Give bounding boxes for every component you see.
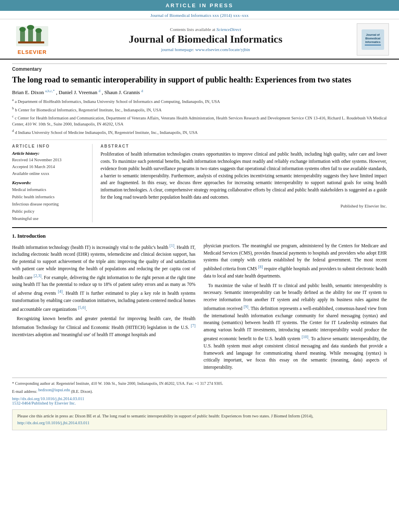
- sciencedirect-link[interactable]: ScienceDirect: [216, 27, 241, 32]
- journal-header: ELSEVIER Contents lists available at Sci…: [0, 19, 399, 60]
- elsevier-wordmark: ELSEVIER: [18, 49, 47, 55]
- article-info-column: ARTICLE INFO Article history: Received 1…: [12, 144, 93, 222]
- journal-title: Journal of Biomedical Informatics: [60, 33, 351, 45]
- keyword-2: Public health informatics: [12, 193, 86, 201]
- keyword-5: Meaningful use: [12, 215, 86, 222]
- affiliation-c: c c Center for Health Information and Co…: [12, 114, 387, 127]
- article-in-press-banner: ARTICLE IN PRESS: [0, 0, 399, 11]
- homepage-text: journal homepage: www.elsevier.com/locat…: [161, 47, 250, 52]
- elsevier-tree-icon: [14, 24, 50, 48]
- affiliations-section: a a Department of BioHealth Informatics,…: [12, 97, 387, 140]
- article-history-label: Article history:: [12, 151, 86, 156]
- svg-rect-12: [365, 45, 381, 45]
- journal-logo-box-area: Journal of Biomedical Informatics: [355, 23, 391, 55]
- doi-link-1[interactable]: http://dx.doi.org/10.1016/j.jbi.2014.03.…: [12, 396, 387, 401]
- issn-line: 1532-0464/Published by Elsevier Inc.: [12, 401, 387, 405]
- affil-text-b: b Center for Biomedical Informatics, Reg…: [15, 107, 162, 112]
- article-body: Commentary The long road to semantic int…: [0, 60, 399, 434]
- affil-text-c: c Center for Health Information and Comm…: [12, 115, 387, 126]
- author-separator1: , Daniel J. Vreeman: [56, 89, 97, 95]
- ref-7[interactable]: [7]: [191, 323, 195, 328]
- intro-para-2: Recognizing known benefits and greater p…: [12, 315, 195, 338]
- author-affil-sup3: d: [141, 89, 143, 93]
- email-link[interactable]: bedixon@iupui.edu: [38, 388, 70, 392]
- svg-rect-1: [20, 30, 25, 42]
- email-suffix: (B.E. Dixon).: [71, 389, 93, 394]
- elsevier-logo-area: ELSEVIER: [8, 24, 56, 55]
- affiliation-b: b b Center for Biomedical Informatics, R…: [12, 106, 387, 113]
- journal-reference-line: Journal of Biomedical Informatics xxx (2…: [0, 11, 399, 19]
- published-by: Published by Elsevier Inc.: [101, 203, 387, 208]
- svg-text:Biomedical: Biomedical: [365, 37, 380, 40]
- keywords-label: Keywords:: [12, 180, 86, 185]
- author-affil-sup2: d: [99, 89, 101, 93]
- svg-text:Informatics: Informatics: [365, 41, 380, 43]
- author-separator2: , Shaun J. Grannis: [102, 89, 140, 95]
- intro-col-right: physician practices. The meaningful use …: [204, 242, 387, 374]
- abstract-column: ABSTRACT Proliferation of health informa…: [101, 144, 387, 222]
- journal-logo-icon: Journal of Biomedical Informatics: [361, 29, 385, 51]
- svg-point-6: [35, 28, 42, 33]
- svg-rect-3: [36, 31, 41, 42]
- authors-line: Brian E. Dixon a,b,c,* , Daniel J. Vreem…: [12, 89, 387, 96]
- keyword-4: Public policy: [12, 208, 86, 215]
- received-date: Received 14 November 2013: [12, 157, 86, 164]
- ref-2-3[interactable]: [2,3]: [34, 273, 41, 278]
- introduction-section: Health information technology (health IT…: [12, 242, 387, 374]
- svg-point-5: [27, 25, 34, 30]
- footnotes-area: * Corresponding author at: Regenstrief I…: [12, 378, 387, 395]
- corresponding-author-note: * Corresponding author at: Regenstrief I…: [12, 380, 387, 387]
- keyword-3: Infectious disease reporting: [12, 201, 86, 208]
- ref-1[interactable]: [1]: [170, 243, 175, 248]
- introduction-heading: 1. Introduction: [12, 233, 387, 239]
- svg-text:Journal of: Journal of: [366, 33, 380, 36]
- journal-title-area: Contents lists available at ScienceDirec…: [56, 27, 355, 52]
- keyword-1: Medical informatics: [12, 186, 86, 193]
- affil-text-a: a Department of BioHealth Informatics, I…: [15, 99, 220, 104]
- author-affil-sup: a,b,c,*: [45, 89, 55, 93]
- intro-para-4: To maximize the value of health IT to cl…: [204, 282, 387, 371]
- elsevier-logo: ELSEVIER: [8, 24, 56, 55]
- email-label-text: E-mail address:: [12, 389, 37, 394]
- ref-10[interactable]: [10]: [302, 335, 309, 339]
- article-info-label: ARTICLE INFO: [12, 144, 86, 148]
- journal-logo-box: Journal of Biomedical Informatics: [357, 23, 389, 55]
- doi-links-section: http://dx.doi.org/10.1016/j.jbi.2014.03.…: [12, 396, 387, 405]
- main-divider: [12, 227, 387, 228]
- ref-5-6[interactable]: [5,6]: [78, 305, 86, 310]
- citation-box: Please cite this article in press as: Di…: [12, 409, 387, 430]
- svg-rect-2: [28, 28, 33, 42]
- ref-8[interactable]: [8]: [258, 265, 263, 269]
- intro-para-1: Health information technology (health IT…: [12, 242, 195, 313]
- abstract-label: ABSTRACT: [101, 144, 387, 148]
- article-info-abstract-section: ARTICLE INFO Article history: Received 1…: [12, 144, 387, 222]
- citation-text: Please cite this article in press as: Di…: [17, 414, 313, 418]
- svg-point-4: [19, 27, 26, 32]
- contents-available-line: Contents lists available at ScienceDirec…: [60, 27, 351, 32]
- intro-para-3: physician practices. The meaningful use …: [204, 242, 387, 280]
- email-note: E-mail address: bedixon@iupui.edu (B.E. …: [12, 387, 387, 395]
- affil-text-d: d Indiana University School of Medicine …: [15, 130, 197, 134]
- article-title: The long road to semantic interoperabili…: [12, 74, 387, 85]
- affiliation-d: d d Indiana University School of Medicin…: [12, 128, 387, 136]
- homepage-line: journal homepage: www.elsevier.com/locat…: [60, 47, 351, 52]
- ref-9[interactable]: [9]: [244, 304, 249, 309]
- abstract-text: Proliferation of health information tech…: [101, 151, 387, 201]
- contents-text: Contents lists available at: [170, 27, 216, 32]
- accepted-date: Accepted 16 March 2014: [12, 164, 86, 170]
- ref-4[interactable]: [4]: [58, 289, 63, 294]
- author-brian-dixon: Brian E. Dixon: [12, 89, 44, 95]
- affiliation-a: a a Department of BioHealth Informatics,…: [12, 97, 387, 105]
- citation-doi-link[interactable]: http://dx.doi.org/10.1016/j.jbi.2014.03.…: [17, 421, 89, 425]
- available-online: Available online xxxx: [12, 170, 86, 177]
- section-type-label: Commentary: [12, 64, 387, 72]
- svg-rect-7: [18, 41, 44, 43]
- intro-col-left: Health information technology (health IT…: [12, 242, 195, 374]
